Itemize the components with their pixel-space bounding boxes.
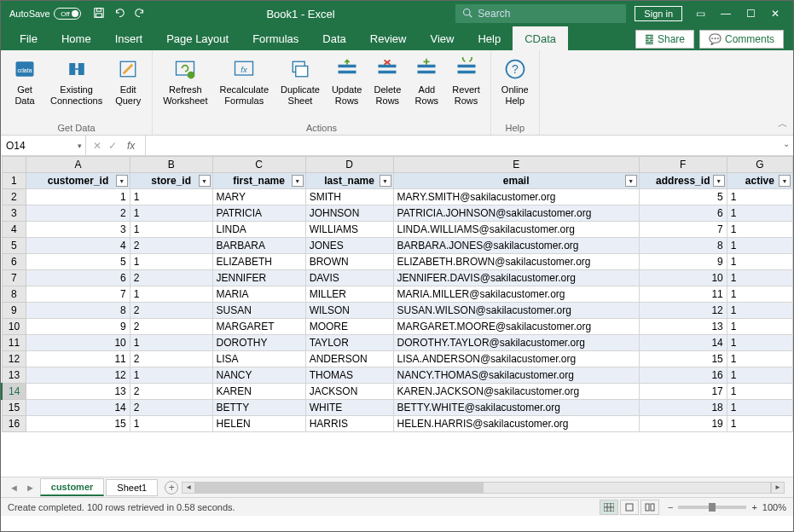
maximize-icon[interactable]: ☐ — [746, 8, 756, 20]
row-header[interactable]: 6 — [2, 254, 26, 270]
cell[interactable]: SMITH — [305, 189, 393, 205]
revert-rows-button[interactable]: Revert Rows — [447, 54, 484, 121]
cell[interactable]: 2 — [130, 238, 212, 254]
cell[interactable]: 1 — [130, 254, 212, 270]
cell[interactable]: NANCY.THOMAS@sakilacustomer.org — [393, 367, 639, 384]
column-header[interactable]: C — [212, 157, 305, 173]
cell[interactable]: 2 — [130, 400, 212, 416]
row-header[interactable]: 3 — [2, 205, 26, 222]
table-header-cell[interactable]: address_id▼ — [639, 173, 727, 189]
filter-icon[interactable]: ▼ — [779, 175, 791, 187]
normal-view-icon[interactable] — [600, 500, 618, 515]
expand-formula-icon[interactable]: ⌄ — [783, 139, 790, 148]
tab-file[interactable]: File — [8, 27, 49, 50]
row-header[interactable]: 13 — [2, 367, 26, 384]
cell[interactable]: 1 — [727, 400, 792, 416]
cell[interactable]: 14 — [26, 400, 130, 416]
cell[interactable]: 1 — [727, 351, 792, 367]
filter-icon[interactable]: ▼ — [116, 175, 128, 187]
cell[interactable]: 15 — [639, 351, 727, 367]
row-header[interactable]: 10 — [2, 319, 26, 335]
cell[interactable]: WILLIAMS — [305, 222, 393, 238]
cell[interactable]: ELIZABETH.BROWN@sakilacustomer.org — [393, 254, 639, 270]
cell[interactable]: LISA.ANDERSON@sakilacustomer.org — [393, 351, 639, 367]
add-rows-button[interactable]: Add Rows — [408, 54, 445, 121]
cell[interactable]: BARBARA — [212, 238, 305, 254]
cell[interactable]: 1 — [727, 384, 792, 400]
cell[interactable]: 2 — [130, 319, 212, 335]
comments-button[interactable]: 💬Comments — [699, 30, 784, 49]
cell[interactable]: 7 — [639, 222, 727, 238]
horizontal-scrollbar[interactable]: ◄► — [195, 482, 771, 494]
cell[interactable]: 8 — [639, 238, 727, 254]
cell[interactable]: 14 — [639, 335, 727, 351]
refresh-worksheet-button[interactable]: Refresh Worksheet — [158, 54, 212, 121]
cell[interactable]: LISA — [212, 351, 305, 367]
cell[interactable]: BARBARA.JONES@sakilacustomer.org — [393, 238, 639, 254]
cell[interactable]: 6 — [26, 270, 130, 286]
cell[interactable]: 1 — [727, 254, 792, 270]
row-header[interactable]: 7 — [2, 270, 26, 286]
tab-home[interactable]: Home — [49, 27, 103, 50]
cell[interactable]: JENNIFER.DAVIS@sakilacustomer.org — [393, 270, 639, 286]
cell[interactable]: KAREN.JACKSON@sakilacustomer.org — [393, 384, 639, 400]
cell[interactable]: 1 — [130, 189, 212, 205]
cell[interactable]: 1 — [130, 367, 212, 384]
cell[interactable]: 1 — [130, 335, 212, 351]
share-button[interactable]: ䷥Share — [635, 30, 694, 49]
cell[interactable]: BETTY — [212, 400, 305, 416]
ribbon-display-icon[interactable]: ▭ — [696, 8, 705, 20]
zoom-level[interactable]: 100% — [762, 502, 786, 512]
table-header-cell[interactable]: active▼ — [727, 173, 792, 189]
online-help-button[interactable]: ?Online Help — [496, 54, 534, 121]
row-header[interactable]: 12 — [2, 351, 26, 367]
cell[interactable]: 13 — [639, 319, 727, 335]
cell[interactable]: 2 — [130, 303, 212, 319]
spreadsheet-grid[interactable]: ABCDEFG 1customer_id▼store_id▼first_name… — [1, 156, 793, 477]
cell[interactable]: MILLER — [305, 286, 393, 303]
tab-page-layout[interactable]: Page Layout — [154, 27, 241, 50]
cell[interactable]: MARY — [212, 189, 305, 205]
cell[interactable]: 9 — [26, 319, 130, 335]
cell[interactable]: TAYLOR — [305, 335, 393, 351]
cell[interactable]: 1 — [727, 222, 792, 238]
collapse-ribbon-icon[interactable]: ︿ — [778, 117, 788, 131]
cell[interactable]: THOMAS — [305, 367, 393, 384]
column-header[interactable]: E — [393, 157, 639, 173]
cell[interactable]: MARGARET — [212, 319, 305, 335]
signin-button[interactable]: Sign in — [635, 6, 682, 21]
table-header-cell[interactable]: store_id▼ — [130, 173, 212, 189]
autosave-toggle[interactable]: AutoSave Off — [9, 8, 81, 20]
cell[interactable]: HELEN — [212, 416, 305, 432]
cell[interactable]: ANDERSON — [305, 351, 393, 367]
row-header[interactable]: 15 — [2, 400, 26, 416]
cell[interactable]: MARGARET.MOORE@sakilacustomer.org — [393, 319, 639, 335]
cell[interactable]: 1 — [727, 319, 792, 335]
cell[interactable]: 10 — [26, 335, 130, 351]
cell[interactable]: DAVIS — [305, 270, 393, 286]
tab-review[interactable]: Review — [358, 27, 419, 50]
row-header[interactable]: 16 — [2, 416, 26, 432]
cell[interactable]: 1 — [727, 205, 792, 222]
cell[interactable]: WHITE — [305, 400, 393, 416]
row-header[interactable]: 14 — [2, 384, 26, 400]
cell[interactable]: LINDA — [212, 222, 305, 238]
cell[interactable]: PATRICIA — [212, 205, 305, 222]
cell[interactable]: 8 — [26, 303, 130, 319]
cell[interactable]: 1 — [26, 189, 130, 205]
cell[interactable]: 12 — [639, 303, 727, 319]
edit-query-button[interactable]: Edit Query — [109, 54, 147, 121]
cell[interactable]: MARIA.MILLER@sakilacustomer.org — [393, 286, 639, 303]
table-header-cell[interactable]: email▼ — [393, 173, 639, 189]
cell[interactable]: PATRICIA.JOHNSON@sakilacustomer.org — [393, 205, 639, 222]
cell[interactable]: 1 — [727, 303, 792, 319]
cell[interactable]: 1 — [727, 367, 792, 384]
cell[interactable]: 4 — [26, 238, 130, 254]
cell[interactable]: 1 — [727, 270, 792, 286]
get-data-button[interactable]: cdataGet Data — [6, 54, 43, 121]
cell[interactable]: 16 — [639, 367, 727, 384]
zoom-out-button[interactable]: − — [668, 502, 673, 512]
row-header[interactable]: 4 — [2, 222, 26, 238]
cell[interactable]: 1 — [727, 335, 792, 351]
cell[interactable]: 12 — [26, 367, 130, 384]
